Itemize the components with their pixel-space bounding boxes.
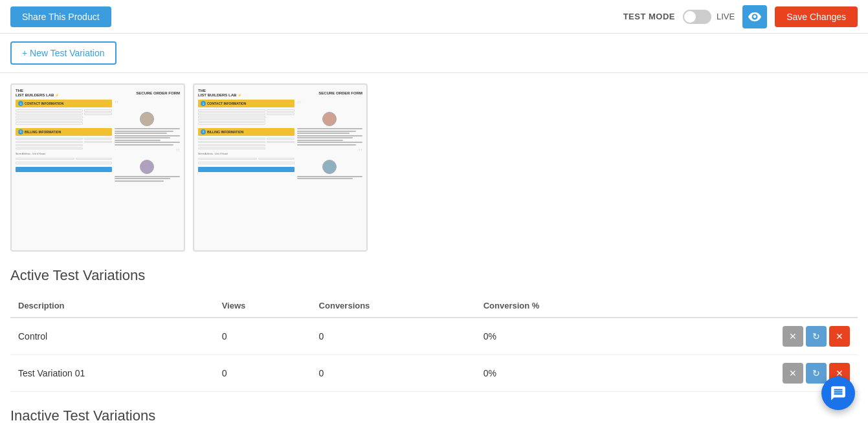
refresh-action-button[interactable]: ↻ bbox=[806, 363, 827, 384]
chat-bubble[interactable] bbox=[821, 376, 855, 410]
preview-button[interactable] bbox=[742, 5, 767, 28]
row-conversions: 0 bbox=[311, 318, 476, 355]
active-variations-table: Description Views Conversions Conversion… bbox=[10, 294, 858, 392]
variation-thumbnail-2[interactable]: THELIST BUILDERS LAB ⚡ SECURE ORDER FORM… bbox=[193, 83, 368, 252]
col-conversion-pct-header: Conversion % bbox=[476, 294, 653, 318]
cancel-action-button[interactable]: ✕ bbox=[783, 326, 803, 347]
col-views-header: Views bbox=[214, 294, 311, 318]
share-button[interactable]: Share This Product bbox=[10, 6, 111, 27]
chat-icon bbox=[830, 385, 847, 402]
eye-icon bbox=[748, 12, 761, 21]
table-row: Test Variation 01 0 0 0% ✕ ↻ ✕ bbox=[10, 355, 858, 392]
header-right: TEST MODE LIVE Save Changes bbox=[623, 5, 858, 28]
sub-header: + New Test Variation bbox=[0, 34, 868, 73]
col-actions-header bbox=[652, 294, 858, 318]
cancel-action-button[interactable]: ✕ bbox=[783, 363, 803, 384]
header-bar: Share This Product TEST MODE LIVE Save C… bbox=[0, 0, 868, 34]
live-label: LIVE bbox=[717, 12, 735, 21]
toggle-container: LIVE bbox=[683, 10, 735, 24]
row-description: Control bbox=[10, 318, 214, 355]
row-description: Test Variation 01 bbox=[10, 355, 214, 392]
table-header-row: Description Views Conversions Conversion… bbox=[10, 294, 858, 318]
inactive-section-title: Inactive Test Variations bbox=[10, 407, 858, 423]
row-views: 0 bbox=[214, 355, 311, 392]
new-variation-button[interactable]: + New Test Variation bbox=[10, 41, 117, 65]
row-conversion-pct: 0% bbox=[476, 318, 653, 355]
test-mode-label: TEST MODE bbox=[623, 12, 675, 21]
row-actions: ✕ ↻ ✕ bbox=[652, 318, 858, 355]
delete-action-button[interactable]: ✕ bbox=[829, 326, 850, 347]
table-row: Control 0 0 0% ✕ ↻ ✕ bbox=[10, 318, 858, 355]
row-conversions: 0 bbox=[311, 355, 476, 392]
variation-thumbnail-1[interactable]: THELIST BUILDERS LAB ⚡ SECURE ORDER FORM… bbox=[10, 83, 185, 252]
col-conversions-header: Conversions bbox=[311, 294, 476, 318]
row-views: 0 bbox=[214, 318, 311, 355]
content-area: Active Test Variations Description Views… bbox=[0, 267, 868, 423]
active-section-title: Active Test Variations bbox=[10, 267, 858, 284]
row-conversion-pct: 0% bbox=[476, 355, 653, 392]
col-description-header: Description bbox=[10, 294, 214, 318]
refresh-action-button[interactable]: ↻ bbox=[806, 326, 827, 347]
preview-area: THELIST BUILDERS LAB ⚡ SECURE ORDER FORM… bbox=[0, 73, 868, 262]
save-button[interactable]: Save Changes bbox=[775, 6, 858, 27]
test-mode-toggle[interactable] bbox=[683, 10, 711, 24]
